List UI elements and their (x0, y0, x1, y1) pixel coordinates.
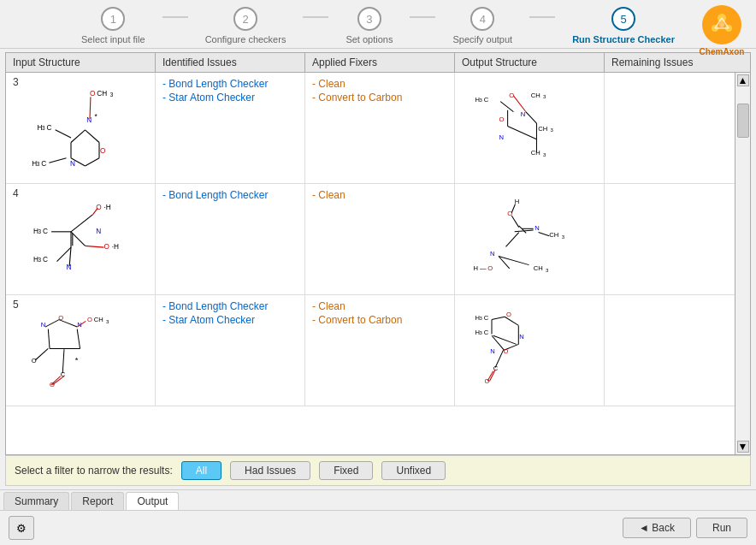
filter-fixed-button[interactable]: Fixed (319, 461, 373, 480)
wizard-step-4[interactable]: 4 Specify output (435, 7, 529, 44)
svg-line-87 (539, 232, 550, 235)
svg-text:·H: ·H (112, 243, 119, 251)
svg-text:C: C (493, 364, 499, 371)
svg-text:3: 3 (480, 329, 483, 335)
svg-point-4 (719, 22, 724, 27)
issue-item: - Bond Length Checker (162, 189, 268, 201)
col-header-fixers: Applied Fixers (305, 53, 455, 72)
wizard-step-1[interactable]: 1 Select input file (64, 7, 162, 44)
svg-line-100 (77, 329, 80, 348)
fixers-cell-5: - Clean - Convert to Carbon (305, 295, 455, 406)
row-number-4: 4 (13, 187, 19, 199)
filter-unfixed-button[interactable]: Unfixed (381, 461, 446, 480)
svg-text:O: O (100, 147, 106, 155)
svg-line-39 (526, 111, 537, 123)
back-button[interactable]: ◄ Back (623, 518, 691, 538)
svg-text:O: O (104, 243, 110, 251)
svg-text:O: O (509, 91, 514, 98)
svg-text:C: C (41, 160, 46, 168)
svg-line-18 (86, 157, 100, 165)
output-molecule-3: H 3 C O CH 3 N (462, 81, 597, 175)
svg-text:3: 3 (38, 256, 42, 262)
wizard-steps: 1 Select input file 2 Configure checkers… (64, 7, 692, 44)
svg-line-85 (519, 225, 526, 232)
issue-item: - Bond Length Checker (162, 300, 268, 312)
svg-text:—: — (480, 264, 487, 272)
svg-text:N: N (499, 133, 504, 140)
issues-cell-3: - Bond Length Checker - Star Atom Checke… (156, 73, 305, 183)
col-header-input: Input Structure (6, 53, 156, 72)
svg-line-83 (511, 216, 518, 228)
svg-line-63 (71, 214, 93, 231)
svg-text:N: N (67, 263, 72, 270)
svg-text:N: N (519, 332, 524, 340)
settings-button[interactable]: ⚙ (9, 516, 34, 540)
svg-line-66 (57, 247, 72, 262)
svg-text:C: C (484, 328, 489, 335)
main-area: Input Structure Identified Issues Applie… (0, 49, 756, 489)
svg-text:3: 3 (106, 318, 109, 323)
scrollbar[interactable]: ▲ ▼ (735, 73, 750, 454)
table-row: 5 N O N O CH (6, 295, 735, 406)
svg-line-28 (49, 157, 66, 163)
svg-text:CH: CH (549, 231, 558, 239)
svg-text:H: H (515, 197, 520, 204)
input-molecule-3: O CH 3 N * (21, 81, 140, 175)
filter-had-issues-button[interactable]: Had Issues (230, 461, 310, 480)
svg-line-41 (508, 126, 537, 139)
svg-text:*: * (95, 113, 98, 121)
svg-text:O: O (87, 316, 92, 323)
chemaxon-logo: ChemAxon (696, 4, 747, 56)
issues-cell-5: - Bond Length Checker - Star Atom Checke… (156, 295, 305, 406)
svg-text:3: 3 (110, 92, 114, 98)
svg-text:O: O (506, 311, 511, 318)
svg-text:CH: CH (534, 264, 543, 272)
svg-text:N: N (86, 116, 92, 123)
svg-line-37 (500, 101, 513, 111)
action-bar: ⚙ ◄ Back Run (0, 510, 756, 545)
svg-text:H: H (473, 264, 478, 272)
svg-text:CH: CH (531, 91, 540, 98)
scrollbar-thumb[interactable] (737, 104, 749, 138)
step-circle-3: 3 (357, 7, 381, 31)
svg-text:CH: CH (531, 149, 540, 157)
wizard-step-3[interactable]: 3 Set options (328, 7, 410, 44)
tab-report[interactable]: Report (71, 492, 124, 510)
svg-text:O: O (32, 357, 37, 364)
tab-summary[interactable]: Summary (3, 492, 69, 510)
svg-line-105 (35, 348, 48, 360)
filter-all-button[interactable]: All (181, 461, 221, 480)
filter-bar: Select a filter to narrow the results: A… (5, 455, 751, 486)
scroll-down-btn[interactable]: ▼ (737, 441, 749, 453)
svg-line-98 (59, 319, 77, 326)
issue-item: - Bond Length Checker (162, 78, 268, 90)
tab-output[interactable]: Output (126, 492, 179, 510)
col-header-output: Output Structure (455, 53, 605, 72)
svg-line-97 (45, 319, 59, 326)
svg-line-13 (71, 129, 86, 142)
table-body: 3 O CH 3 N * (6, 73, 750, 454)
fixer-item: - Convert to Carbon (312, 92, 402, 104)
step-label-1: Select input file (81, 34, 145, 44)
svg-text:*: * (75, 356, 79, 364)
run-button[interactable]: Run (696, 518, 747, 538)
svg-text:N: N (96, 227, 101, 234)
connector-3 (410, 16, 435, 18)
wizard-step-5[interactable]: 5 Run Structure Checker (555, 7, 692, 44)
svg-text:3: 3 (480, 97, 483, 102)
output-molecule-4: H O N CH 3 N H (462, 193, 597, 287)
step-label-2: Configure checkers (205, 34, 286, 44)
data-table: Input Structure Identified Issues Applie… (5, 52, 751, 455)
bottom-tabs: Summary Report Output (0, 489, 756, 510)
svg-text:N: N (70, 160, 75, 168)
output-structure-cell-5: H 3 C O H 3 C (455, 295, 605, 406)
row-number-3: 3 (13, 76, 19, 88)
input-structure-cell-5: 5 N O N O CH (6, 295, 156, 406)
step-circle-1: 1 (101, 7, 125, 31)
svg-text:N: N (490, 250, 495, 258)
wizard-step-2[interactable]: 2 Configure checkers (188, 7, 304, 44)
scroll-up-btn[interactable]: ▲ (737, 74, 749, 86)
output-structure-cell-4: H O N CH 3 N H (455, 184, 605, 294)
svg-line-14 (86, 129, 100, 142)
input-structure-cell-4: 4 O ·H N O ·H (6, 184, 156, 294)
